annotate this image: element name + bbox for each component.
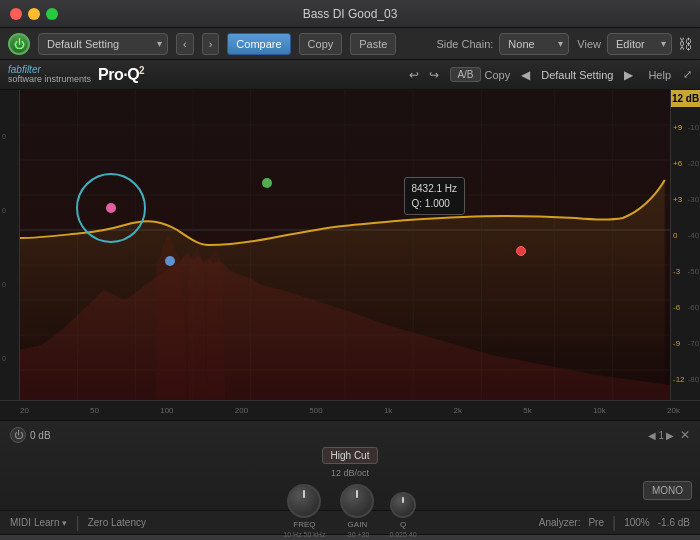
freq-label-50: 50	[90, 406, 99, 415]
right-scale-mark-gray: -10	[688, 123, 700, 132]
right-scale-mark-yellow: +3	[673, 195, 685, 204]
sidechain-section: Side Chain: None	[436, 33, 569, 55]
right-scale-mark-gray: -40	[688, 231, 700, 240]
gain-knob-group: GAIN -30 +30	[340, 484, 374, 538]
right-scale-mark-gray: -50	[688, 267, 700, 276]
band-num: 1	[658, 430, 664, 441]
midi-learn-button[interactable]: MIDI Learn ▾	[10, 517, 67, 528]
band-control-panel: ⏻ 0 dB ◀ 1 ▶ ✕ High Cut 12 dB/oct FREQ 1…	[0, 420, 700, 510]
traffic-lights	[10, 8, 58, 20]
pro-q-logo: Pro·Q2	[98, 65, 144, 84]
band-top-row: ⏻ 0 dB ◀ 1 ▶ ✕	[10, 427, 690, 443]
preset-next-button[interactable]: ▶	[621, 68, 636, 82]
band-close-button[interactable]: ✕	[680, 428, 690, 442]
top-controls-bar: ⏻ Default Setting ‹ › Compare Copy Paste…	[0, 28, 700, 60]
freq-label-20k: 20k	[667, 406, 680, 415]
eq-point-3[interactable]	[262, 178, 272, 188]
power-button[interactable]: ⏻	[8, 33, 30, 55]
maximize-button[interactable]	[46, 8, 58, 20]
preset-prev-button[interactable]: ◀	[518, 68, 533, 82]
preset-dropdown[interactable]: Default Setting	[38, 33, 168, 55]
status-divider: |	[75, 514, 79, 532]
view-section: View Editor ⛓	[577, 33, 692, 55]
freq-label-20: 20	[20, 406, 29, 415]
header-preset-name: Default Setting	[541, 69, 613, 81]
status-divider-2: |	[612, 514, 616, 532]
freq-label-100: 100	[160, 406, 173, 415]
right-scale-mark-yellow: +9	[673, 123, 685, 132]
nav-forward-button[interactable]: ›	[202, 33, 220, 55]
freq-knob[interactable]	[287, 484, 321, 518]
eq-point-4[interactable]	[516, 246, 526, 256]
right-scale-mark-yellow: -12	[673, 375, 685, 384]
eq-point-1[interactable]	[106, 203, 116, 213]
freq-label-5k: 5k	[523, 406, 531, 415]
right-scale-mark-yellow: +6	[673, 159, 685, 168]
freq-label-500: 500	[309, 406, 322, 415]
view-dropdown[interactable]: Editor	[607, 33, 672, 55]
band-power-button[interactable]: ⏻	[10, 427, 26, 443]
q-knob[interactable]	[390, 492, 416, 518]
fab-brand: software instruments	[8, 75, 91, 85]
ab-button[interactable]: A/B	[450, 67, 480, 82]
q-knob-group: Q 0.025 40	[389, 492, 416, 538]
close-button[interactable]	[10, 8, 22, 20]
q-knob-sublabel: 0.025 40	[389, 531, 416, 538]
undo-button[interactable]: ↩	[406, 68, 422, 82]
plugin-logo: fabfilter software instruments Pro·Q2	[8, 64, 144, 85]
band-arrows[interactable]: ◀ 1 ▶	[648, 430, 674, 441]
compare-button[interactable]: Compare	[227, 33, 290, 55]
analyzer-value: Pre	[588, 517, 604, 528]
freq-label-2k: 2k	[454, 406, 462, 415]
eq-canvas[interactable]: 8432.1 Hz Q: 1.000	[20, 90, 670, 400]
right-scale-mark-zero: 0	[673, 231, 685, 240]
gain-knob[interactable]	[340, 484, 374, 518]
eq-main: 0 0 0 0	[0, 90, 700, 400]
freq-label-1k: 1k	[384, 406, 392, 415]
sidechain-label: Side Chain:	[436, 38, 493, 50]
right-scale-mark-yellow: -6	[673, 303, 685, 312]
zoom-level: 100%	[624, 517, 650, 528]
band-db-value: 0 dB	[30, 430, 51, 441]
gain-knob-sublabel: -30 +30	[345, 531, 369, 538]
link-icon[interactable]: ⛓	[678, 36, 692, 52]
eq-grid	[20, 90, 670, 400]
band-slope-label: 12 dB/oct	[331, 468, 369, 478]
left-scale-mark: 0	[2, 133, 17, 140]
band-prev-icon: ◀	[648, 430, 656, 441]
right-scale-mark-gray: -60	[688, 303, 700, 312]
paste-button[interactable]: Paste	[350, 33, 396, 55]
plugin-header: fabfilter software instruments Pro·Q2 ↩ …	[0, 60, 700, 90]
mono-button[interactable]: MONO	[643, 481, 692, 500]
latency-label: Zero Latency	[88, 517, 146, 528]
left-scale-mark: 0	[2, 281, 17, 288]
undo-redo: ↩ ↪	[406, 68, 442, 82]
right-scale-mark-gray: -70	[688, 339, 700, 348]
sidechain-dropdown[interactable]: None	[499, 33, 569, 55]
view-label: View	[577, 38, 601, 50]
right-scale-mark-gray: -80	[688, 375, 700, 384]
freq-knob-group: FREQ 10 Hz 50 kHz	[283, 484, 325, 538]
gain-knob-label: GAIN	[348, 520, 368, 529]
midi-arrow-icon: ▾	[62, 518, 67, 528]
band-type-button[interactable]: High Cut	[322, 447, 379, 464]
ab-copy-section: A/B Copy	[450, 67, 510, 82]
expand-button[interactable]: ⤢	[683, 68, 692, 81]
left-scale-mark: 0	[2, 207, 17, 214]
band-control: ⏻ 0 dB ◀ 1 ▶ ✕ High Cut 12 dB/oct FREQ 1…	[0, 421, 700, 510]
right-scale-mark-yellow: -3	[673, 267, 685, 276]
minimize-button[interactable]	[28, 8, 40, 20]
right-scale: 12 dB +9 +6 +3 0 -3 -6 -9 -12 -10 -20 -3…	[670, 90, 700, 400]
right-scale-mark-yellow: -9	[673, 339, 685, 348]
analyzer-label: Analyzer:	[539, 517, 581, 528]
nav-back-button[interactable]: ‹	[176, 33, 194, 55]
db-label-bar: 12 dB	[671, 90, 700, 107]
right-scale-mark-gray: -20	[688, 159, 700, 168]
window-title: Bass DI Good_03	[303, 7, 398, 21]
copy-button[interactable]: Copy	[299, 33, 343, 55]
eq-point-2[interactable]	[165, 256, 175, 266]
freq-label-10k: 10k	[593, 406, 606, 415]
help-button[interactable]: Help	[644, 69, 675, 81]
redo-button[interactable]: ↪	[426, 68, 442, 82]
band-next-icon: ▶	[666, 430, 674, 441]
